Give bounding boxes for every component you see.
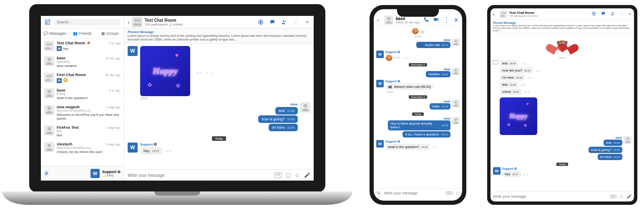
avatar (452, 100, 460, 107)
sender-avatar: W (376, 140, 384, 148)
call-icon[interactable] (424, 16, 429, 24)
list-item[interactable]: First Chat Room30 min. ago W😳 (41, 70, 124, 86)
message-bubble[interactable]: im here20:49 (598, 154, 622, 160)
avatar (44, 105, 54, 115)
avatar (44, 88, 54, 98)
more-icon[interactable]: ⋮ (443, 16, 450, 24)
verified-icon: ✪ (514, 167, 517, 170)
back-icon[interactable]: ‹ (377, 17, 379, 23)
message-bubble[interactable]: what is the question?10:56 (385, 144, 430, 150)
tab-friends[interactable]: 👥Friends (68, 28, 96, 38)
gear-icon[interactable]: ⚙ (44, 171, 49, 176)
message-bubble[interactable]: Hello15:58 (430, 103, 450, 110)
tab-messages[interactable]: 💬Messages (41, 28, 68, 38)
message-bubble[interactable]: im here23:49 (269, 124, 298, 131)
people-icon[interactable] (281, 19, 287, 25)
list-item[interactable]: FireFox Test3 days ago test test (41, 123, 124, 140)
room-title: Test Chat Room (509, 11, 538, 15)
compose-input[interactable] (128, 173, 270, 178)
people-icon[interactable] (611, 11, 615, 17)
video-icon[interactable] (433, 16, 439, 24)
svg-point-22 (503, 12, 506, 14)
verified-icon: ✪ (397, 80, 400, 83)
svg-point-20 (455, 118, 457, 121)
list-item[interactable]: base29 min. ago qwewewq abra cadabra (41, 54, 124, 70)
list-item[interactable]: uma magesh3 days ago Welcome to WordPlus… (41, 102, 124, 123)
date-separator: November 4 (409, 95, 428, 99)
svg-point-3 (283, 20, 284, 22)
avatar (624, 136, 631, 144)
more-icon[interactable]: ⋮ (620, 12, 624, 16)
room-participants: 706 participants (1 online) (145, 23, 183, 26)
message-bubble[interactable]: i'm here23:42 (500, 74, 525, 81)
globe-icon[interactable] (258, 19, 264, 25)
message-bubble[interactable]: Hey is there anyone actually there?04:40 (388, 120, 450, 130)
attach-icon[interactable]: 📎 (376, 191, 381, 195)
avatar (384, 15, 393, 25)
sticker-icon[interactable]: ▢ (286, 172, 291, 178)
pinned-message[interactable]: Pinned Message Lorem Ipsum is simply dum… (124, 28, 314, 43)
more-icon[interactable]: ⋮ (293, 19, 299, 25)
message-bubble[interactable]: how are you?20:42 (500, 67, 533, 74)
emoji-icon[interactable]: ☺ (295, 172, 300, 178)
close-icon[interactable]: ✕ (629, 12, 631, 16)
star-icon[interactable]: ☆ (205, 71, 208, 75)
svg-point-13 (48, 144, 51, 147)
svg-point-5 (47, 43, 49, 46)
message-bubble[interactable]: If so, I have a question.04:41 (402, 131, 450, 138)
gif-icon[interactable]: GIF (274, 172, 282, 178)
message-bubble[interactable]: 📞Audio call23:53 (416, 42, 450, 48)
chat-icon[interactable] (601, 11, 606, 17)
current-user-avatar[interactable]: W (91, 169, 100, 178)
svg-point-17 (455, 40, 457, 42)
svg-point-9 (50, 75, 52, 77)
cookie-emoji: 🍪 (385, 54, 392, 61)
close-icon[interactable]: ✕ (454, 17, 459, 23)
list-item[interactable]: base5 hr. ago testing what is the questi… (41, 86, 124, 102)
sender-avatar: W (128, 46, 138, 56)
message-bubble[interactable]: hehehe12:05 (426, 71, 450, 77)
list-item[interactable]: Alextech5 days ago Welcome to WordPlus.o… (41, 140, 124, 156)
message-bubble[interactable]: test23:48 (275, 107, 298, 115)
globe-icon[interactable] (591, 11, 596, 17)
room-avatar (500, 10, 507, 18)
message-bubble[interactable]: hey10:57 (140, 147, 163, 155)
close-icon[interactable]: ✕ (304, 19, 310, 25)
contact-name: base (396, 16, 420, 21)
double-check-icon: ✓✓ (165, 149, 172, 153)
compose-input[interactable] (384, 191, 443, 195)
message-bubble[interactable]: test23:42 (500, 82, 518, 88)
mic-icon[interactable]: 🎤 (627, 194, 631, 199)
verified-icon: ✪ (154, 143, 157, 146)
message-bubble[interactable]: how is going?23:49 (258, 115, 298, 123)
svg-point-15 (387, 17, 390, 20)
svg-point-10 (48, 90, 51, 93)
tab-groups[interactable]: ▦Groups (96, 28, 124, 38)
moon-icon: 🌙 (102, 174, 106, 177)
gif-icon[interactable]: GIF (610, 195, 616, 198)
sender-avatar: W (376, 80, 384, 87)
message-bubble[interactable]: test20:48 (604, 140, 622, 146)
message-bubble[interactable]: check23:42 (500, 89, 522, 95)
svg-point-8 (47, 75, 49, 77)
compose-icon[interactable] (44, 19, 51, 25)
sticker-icon[interactable]: ▢ (620, 194, 624, 199)
pinned-message[interactable]: Pinned Message Lorem Ipsum is simply dum… (491, 20, 634, 33)
search-input[interactable] (54, 19, 121, 25)
message-bubble[interactable]: 📹Missed video call (00:02) (385, 84, 433, 90)
back-icon[interactable]: ‹ (128, 19, 130, 25)
list-item[interactable]: Test Chat Room 📌5 hr. ago Whey (41, 38, 124, 54)
back-icon[interactable]: ‹ (493, 11, 495, 18)
room-avatar (132, 17, 142, 27)
message-bubble[interactable]: test20:42 (500, 60, 518, 66)
message-bubble[interactable]: hey10:57 (502, 171, 521, 177)
svg-point-4 (284, 20, 286, 22)
mic-icon[interactable]: 🎤 (304, 172, 310, 178)
sticker-icon[interactable]: ▢ (456, 191, 460, 195)
compose-input[interactable] (493, 194, 606, 199)
gif-icon[interactable]: GIF (446, 191, 453, 195)
verified-icon: ✪ (397, 140, 400, 143)
chat-icon[interactable] (269, 19, 275, 25)
more-icon[interactable]: ⋮ (211, 71, 214, 75)
message-bubble[interactable]: how is going?20:49 (589, 147, 622, 153)
